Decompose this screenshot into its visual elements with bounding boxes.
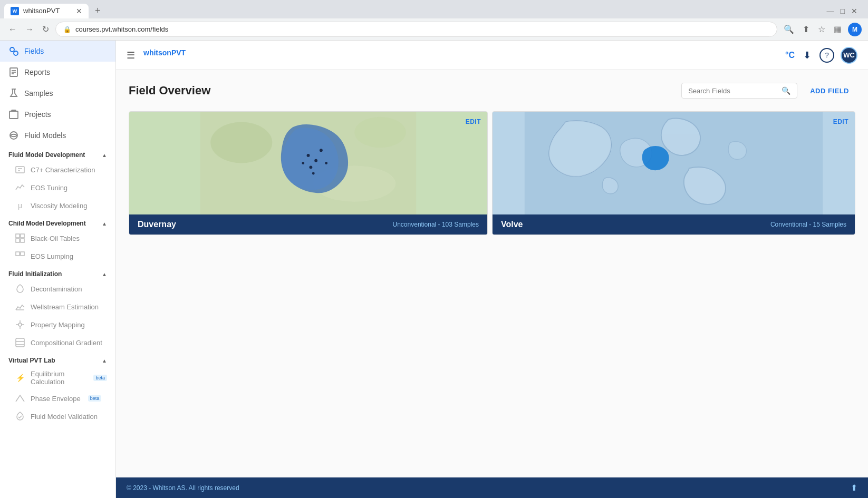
eos-lumping-label: EOS Lumping xyxy=(31,252,73,260)
fluid-model-dev-chevron: ▲ xyxy=(102,152,107,158)
duvernay-name: Duvernay xyxy=(138,220,176,229)
forward-button[interactable]: → xyxy=(23,23,36,36)
property-mapping-label: Property Mapping xyxy=(31,321,85,329)
share-btn[interactable]: ⬆ xyxy=(801,22,812,36)
footer-copyright: © 2023 - Whitson AS. All rights reserved xyxy=(127,484,239,492)
hamburger-menu[interactable]: ☰ xyxy=(127,50,135,61)
sidebar-item-reports[interactable]: Reports xyxy=(0,62,115,83)
svg-point-36 xyxy=(320,149,323,152)
virtual-pvt-chevron: ▲ xyxy=(102,358,107,364)
search-icon[interactable]: 🔍 xyxy=(782,86,790,95)
duvernay-type: Unconventional xyxy=(393,221,437,228)
page-title: Field Overview xyxy=(129,84,210,97)
extensions-btn[interactable]: ▦ xyxy=(832,22,844,36)
search-input[interactable] xyxy=(688,87,777,95)
virtual-pvt-header[interactable]: Virtual PVT Lab ▲ xyxy=(0,351,115,366)
wellstream-icon xyxy=(15,301,25,312)
refresh-button[interactable]: ↻ xyxy=(40,22,51,36)
sidebar-sub-property-mapping[interactable]: Property Mapping xyxy=(0,316,115,334)
back-button[interactable]: ← xyxy=(6,23,19,36)
child-model-dev-label: Child Model Development xyxy=(8,220,86,227)
svg-point-32 xyxy=(354,117,406,148)
child-model-dev-header[interactable]: Child Model Development ▲ xyxy=(0,214,115,229)
tab-favicon: W xyxy=(11,7,19,15)
equilibrium-icon: ⚡ xyxy=(15,373,25,383)
decontamination-label: Decontamination xyxy=(31,285,82,293)
sidebar-sub-phase-envelope[interactable]: Phase Envelope beta xyxy=(0,389,115,407)
app-header: ☰ whitsonPVT °C ⬇ ? WC xyxy=(116,41,868,70)
search-box[interactable]: 🔍 xyxy=(681,83,797,99)
header-actions: °C ⬇ ? WC xyxy=(785,47,857,64)
black-oil-label: Black-Oil Tables xyxy=(31,235,80,242)
content-area: Field Overview 🔍 ADD FIELD EDIT xyxy=(116,70,868,477)
logo-text: whitson xyxy=(143,48,171,57)
sidebar-sub-fluid-validation[interactable]: Fluid Model Validation xyxy=(0,407,115,425)
close-button[interactable]: ✕ xyxy=(849,5,860,17)
samples-icon xyxy=(8,88,19,99)
volve-edit-button[interactable]: EDIT xyxy=(833,118,848,125)
url-text: courses.pvt.whitson.com/fields xyxy=(75,25,168,33)
sidebar-sub-wellstream[interactable]: Wellstream Estimation xyxy=(0,298,115,316)
svg-point-30 xyxy=(210,122,272,163)
sidebar-item-samples[interactable]: Samples xyxy=(0,83,115,104)
svg-rect-16 xyxy=(21,239,24,242)
help-button[interactable]: ? xyxy=(819,48,834,63)
svg-rect-18 xyxy=(21,252,24,256)
user-avatar[interactable]: WC xyxy=(841,47,857,64)
sidebar-item-projects[interactable]: Projects xyxy=(0,104,115,125)
sidebar-sub-equilibrium[interactable]: ⚡ Equilibrium Calculation beta xyxy=(0,366,115,389)
field-card-duvernay[interactable]: EDIT xyxy=(129,111,488,235)
temp-unit-toggle[interactable]: °C xyxy=(785,51,795,60)
sidebar-sub-black-oil[interactable]: Black-Oil Tables xyxy=(0,229,115,247)
url-bar[interactable]: 🔒 courses.pvt.whitson.com/fields xyxy=(55,22,777,37)
add-field-button[interactable]: ADD FIELD xyxy=(804,84,855,98)
sidebar-sub-decontamination[interactable]: Decontamination xyxy=(0,280,115,298)
comp-gradient-icon xyxy=(15,337,25,348)
sidebar-sub-viscosity[interactable]: μ Viscosity Modeling xyxy=(0,197,115,214)
sidebar-sub-c7-char[interactable]: C7+ Characterization xyxy=(0,161,115,179)
sidebar-item-fluid-models[interactable]: Fluid Models xyxy=(0,125,115,146)
reports-label: Reports xyxy=(24,68,50,76)
fluid-validation-icon xyxy=(15,411,25,422)
maximize-button[interactable]: □ xyxy=(838,5,847,17)
duvernay-map-svg xyxy=(129,112,487,214)
samples-label: Samples xyxy=(24,89,53,97)
svg-rect-14 xyxy=(21,234,24,238)
volve-meta: Conventional - 15 Samples xyxy=(770,221,846,228)
fluid-model-dev-header[interactable]: Fluid Model Development ▲ xyxy=(0,146,115,161)
phase-envelope-beta-badge: beta xyxy=(88,395,102,402)
fluid-init-label: Fluid Initialization xyxy=(8,270,62,278)
app-container: Fields Reports Samples xyxy=(0,41,868,498)
equilibrium-beta-badge: beta xyxy=(93,375,107,381)
tab-close-button[interactable]: ✕ xyxy=(76,7,82,15)
footer-icon[interactable]: ⬆ xyxy=(851,483,857,493)
new-tab-button[interactable]: + xyxy=(91,3,105,18)
svg-rect-26 xyxy=(16,338,24,347)
tab-title: whitsonPVT xyxy=(23,7,60,15)
virtual-pvt-label: Virtual PVT Lab xyxy=(8,357,55,364)
field-card-volve[interactable]: EDIT xyxy=(492,111,855,235)
sidebar-item-fields[interactable]: Fields xyxy=(0,41,115,62)
sidebar-sub-comp-gradient[interactable]: Compositional Gradient xyxy=(0,334,115,351)
bookmark-btn[interactable]: ☆ xyxy=(816,22,827,36)
phase-envelope-icon xyxy=(15,393,25,404)
duvernay-edit-button[interactable]: EDIT xyxy=(466,118,481,125)
content-header: Field Overview 🔍 ADD FIELD xyxy=(129,83,855,99)
fields-grid: EDIT xyxy=(129,111,855,235)
download-button[interactable]: ⬇ xyxy=(801,47,813,63)
fluid-validation-label: Fluid Model Validation xyxy=(31,413,98,421)
reports-icon xyxy=(8,67,19,77)
active-tab[interactable]: W whitsonPVT ✕ xyxy=(4,4,89,18)
search-browser-btn[interactable]: 🔍 xyxy=(782,22,796,36)
browser-user-avatar[interactable]: M xyxy=(848,23,862,36)
phase-envelope-label: Phase Envelope xyxy=(31,395,81,403)
sidebar-sub-eos-tuning[interactable]: EOS Tuning xyxy=(0,179,115,197)
app-logo: whitsonPVT xyxy=(143,48,186,62)
fluid-init-header[interactable]: Fluid Initialization ▲ xyxy=(0,265,115,280)
viscosity-label: Viscosity Modeling xyxy=(31,202,87,210)
sidebar-sub-eos-lumping[interactable]: EOS Lumping xyxy=(0,247,115,265)
comp-gradient-label: Compositional Gradient xyxy=(31,339,102,347)
minimize-button[interactable]: — xyxy=(825,5,836,17)
duvernay-count: 103 xyxy=(442,221,452,228)
address-bar: ← → ↻ 🔒 courses.pvt.whitson.com/fields 🔍… xyxy=(0,18,868,40)
